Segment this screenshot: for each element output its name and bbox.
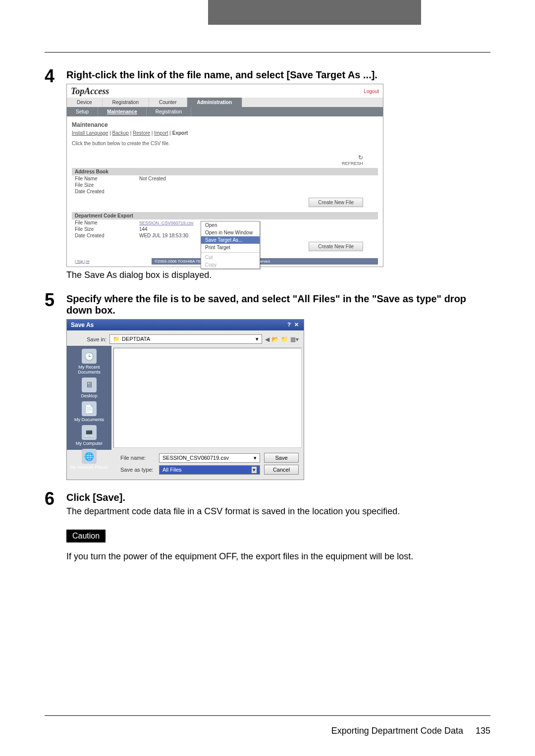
refresh-icon[interactable]: ↻ bbox=[358, 154, 363, 161]
step-5: 5 Specify where the file is to be saved,… bbox=[45, 291, 490, 485]
place-network[interactable]: 🌐 My Network Places bbox=[67, 449, 111, 470]
topaccess-logo: TopAccess bbox=[71, 86, 109, 97]
dialog-toolbar: ◀ 📂 📁 ▦▾ bbox=[265, 336, 299, 343]
dialog-title-buttons[interactable]: ? ✕ bbox=[287, 322, 300, 328]
link-import[interactable]: Import bbox=[154, 130, 168, 136]
filename-input[interactable]: SESSION_CSV060719.csv ▾ bbox=[159, 453, 260, 463]
page-number: 135 bbox=[476, 726, 490, 736]
chevron-down-icon: ▾ bbox=[252, 467, 257, 473]
savein-label: Save in: bbox=[72, 336, 107, 342]
dialog-titlebar: Save As ? ✕ bbox=[67, 320, 304, 330]
subtab-maintenance[interactable]: Maintenance bbox=[98, 107, 147, 116]
ctx-copy: Copy bbox=[201, 261, 260, 269]
row-label: File Size bbox=[75, 226, 139, 232]
recent-icon: 🕒 bbox=[82, 349, 97, 364]
refresh-area: ↻ REFRESH bbox=[72, 154, 378, 166]
instruction-text: Click the button below to create the CSV… bbox=[72, 141, 378, 146]
places-bar: 🕒 My Recent Documents 🖥 Desktop 📄 My Doc… bbox=[67, 346, 111, 450]
ctx-save-target-as[interactable]: Save Target As... bbox=[201, 236, 260, 244]
subtab-registration[interactable]: Registration bbox=[147, 107, 191, 116]
row-value bbox=[139, 189, 375, 194]
ctx-cut: Cut bbox=[201, 254, 260, 261]
table-row: Date Created bbox=[72, 188, 378, 195]
ctx-open-new[interactable]: Open in New Window bbox=[201, 229, 260, 236]
save-button[interactable]: Save bbox=[264, 453, 299, 463]
filename-label: File name: bbox=[120, 455, 155, 461]
network-icon: 🌐 bbox=[82, 449, 97, 464]
step-4: 4 Right-click the link of the file name,… bbox=[45, 67, 490, 286]
footer-text: Exporting Department Code Data bbox=[331, 726, 463, 736]
step-number: 6 bbox=[45, 490, 66, 562]
refresh-label[interactable]: REFRESH bbox=[342, 161, 363, 166]
sub-tabs: Setup Maintenance Registration bbox=[67, 107, 383, 116]
row-label: File Name bbox=[75, 176, 139, 181]
link-install-language[interactable]: Install Language bbox=[72, 130, 108, 136]
table-row: File Name Not Created bbox=[72, 175, 378, 182]
topaccess-screenshot: TopAccess Logout Device Registration Cou… bbox=[66, 84, 383, 267]
tab-administration[interactable]: Administration bbox=[187, 98, 243, 107]
subtab-setup[interactable]: Setup bbox=[67, 107, 98, 116]
row-label: Date Created bbox=[75, 233, 139, 238]
row-label: File Name bbox=[75, 220, 139, 225]
create-new-file-button[interactable]: Create New File bbox=[309, 242, 363, 251]
context-menu: Open Open in New Window Save Target As..… bbox=[201, 221, 260, 269]
footer-copyright: ©2003-2006 TOSHIBA TEC CORPORATION All R… bbox=[152, 258, 378, 265]
saveas-dialog: Save As ? ✕ Save in: 📁DEPTDATA ▾ ◀ 📂 📁 ▦… bbox=[66, 319, 304, 480]
logout-link[interactable]: Logout bbox=[364, 89, 379, 94]
link-restore[interactable]: Restore bbox=[133, 130, 150, 136]
step-number: 4 bbox=[45, 67, 66, 286]
page-footer: Exporting Department Code Data 135 bbox=[45, 715, 490, 736]
row-label: Date Created bbox=[75, 189, 139, 194]
page-content: 4 Right-click the link of the file name,… bbox=[45, 52, 490, 567]
tab-registration[interactable]: Registration bbox=[103, 98, 149, 107]
up-icon[interactable]: 📂 bbox=[271, 336, 279, 343]
dialog-title: Save As bbox=[71, 322, 94, 328]
folder-icon: 📁 bbox=[113, 336, 120, 342]
top-dark-bar bbox=[208, 0, 421, 25]
desktop-icon: 🖥 bbox=[82, 378, 97, 392]
step-4-title: Right-click the link of the file name, a… bbox=[66, 69, 490, 81]
saveastype-dropdown[interactable]: All Files ▾ bbox=[159, 465, 260, 475]
deptcode-header: Department Code Export bbox=[72, 212, 378, 219]
file-list-area[interactable] bbox=[113, 348, 302, 448]
chevron-down-icon: ▾ bbox=[254, 455, 257, 461]
filename-link[interactable]: SESSION_CSV060719.csv bbox=[139, 220, 194, 225]
caution-label: Caution bbox=[66, 530, 106, 542]
table-row: File Size bbox=[72, 182, 378, 188]
section-title: Maintenance bbox=[72, 121, 378, 128]
place-mycomputer[interactable]: 💻 My Computer bbox=[67, 425, 111, 446]
maintenance-links: Install Language | Backup | Restore | Im… bbox=[72, 130, 378, 136]
ctx-print-target[interactable]: Print Target bbox=[201, 244, 260, 251]
link-export[interactable]: Export bbox=[172, 130, 188, 136]
step-5-title: Specify where the file is to be saved, a… bbox=[66, 293, 490, 316]
step-6-text: The department code data file in a CSV f… bbox=[66, 506, 490, 517]
step-6: 6 Click [Save]. The department code data… bbox=[45, 490, 490, 562]
views-icon[interactable]: ▦▾ bbox=[290, 336, 299, 343]
main-tabs: Device Registration Counter Administrati… bbox=[67, 98, 383, 107]
row-value bbox=[139, 182, 375, 188]
computer-icon: 💻 bbox=[82, 425, 97, 440]
documents-icon: 📄 bbox=[82, 401, 97, 416]
link-backup[interactable]: Backup bbox=[112, 130, 129, 136]
footer-top-link[interactable]: | Top | H bbox=[72, 258, 92, 265]
place-mydocs[interactable]: 📄 My Documents bbox=[67, 401, 111, 422]
row-value: Not Created bbox=[139, 176, 375, 181]
back-icon[interactable]: ◀ bbox=[265, 336, 269, 343]
caution-text: If you turn the power of the equipment O… bbox=[66, 551, 490, 562]
create-new-file-button[interactable]: Create New File bbox=[309, 198, 363, 207]
step-number: 5 bbox=[45, 291, 66, 485]
savein-dropdown[interactable]: 📁DEPTDATA ▾ bbox=[109, 334, 262, 344]
step-4-aftertext: The Save As dialog box is displayed. bbox=[66, 270, 490, 280]
newfolder-icon[interactable]: 📁 bbox=[281, 336, 288, 343]
addressbook-header: Address Book bbox=[72, 168, 378, 175]
saveastype-label: Save as type: bbox=[120, 467, 155, 473]
tab-device[interactable]: Device bbox=[67, 98, 103, 107]
step-6-title: Click [Save]. bbox=[66, 492, 490, 503]
cancel-button[interactable]: Cancel bbox=[264, 465, 299, 475]
place-recent[interactable]: 🕒 My Recent Documents bbox=[67, 349, 111, 375]
tab-counter[interactable]: Counter bbox=[149, 98, 187, 107]
chevron-down-icon: ▾ bbox=[256, 336, 259, 342]
ctx-open[interactable]: Open bbox=[201, 221, 260, 229]
row-label: File Size bbox=[75, 182, 139, 188]
place-desktop[interactable]: 🖥 Desktop bbox=[67, 378, 111, 398]
